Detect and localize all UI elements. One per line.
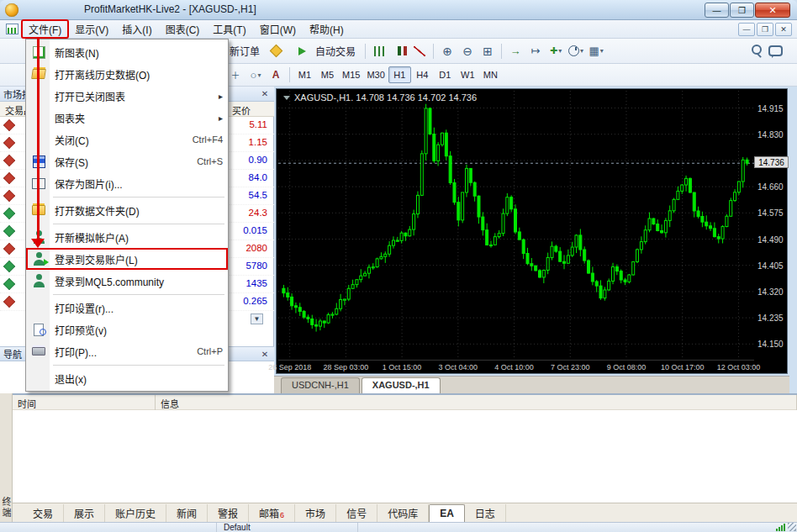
file-menu-item[interactable]: 打印(P)...Ctrl+P bbox=[26, 340, 228, 362]
autotrading-button[interactable]: 自动交易 bbox=[286, 40, 362, 62]
file-menu-item[interactable]: 登录到交易账户(L) bbox=[26, 248, 228, 270]
terminal-tab[interactable]: 展示 bbox=[64, 504, 105, 522]
time-tick: 26 Sep 2018 bbox=[268, 363, 311, 371]
symbol-price: 2080 bbox=[245, 243, 267, 253]
community-chat-icon[interactable] bbox=[766, 43, 784, 60]
terminal-tab[interactable]: 邮箱6 bbox=[249, 504, 295, 522]
symbol-price: 0.90 bbox=[249, 155, 267, 165]
file-menu-popup: 新图表(N)打开离线历史数据(O)打开已关闭图表▸图表夹▸关闭(C)Ctrl+F… bbox=[25, 39, 229, 392]
terminal-tab[interactable]: 交易 bbox=[23, 504, 64, 522]
indicators-icon[interactable] bbox=[546, 43, 565, 60]
menu-item[interactable]: 显示(V) bbox=[68, 20, 115, 38]
time-tick: 3 Oct 04:00 bbox=[439, 363, 478, 371]
mdi-close-button[interactable]: ✕ bbox=[775, 23, 792, 36]
menu-item[interactable]: 插入(I) bbox=[115, 20, 158, 38]
mql-wizard-icon[interactable] bbox=[267, 43, 285, 60]
zoom-out-icon[interactable] bbox=[458, 43, 477, 60]
terminal-tab[interactable]: EA bbox=[429, 504, 465, 522]
menu-item[interactable]: 文件(F) bbox=[22, 20, 68, 38]
timeframe-m1[interactable]: M1 bbox=[293, 66, 316, 83]
time-axis: 26 Sep 201828 Sep 03:001 Oct 15:003 Oct … bbox=[278, 360, 754, 373]
timeframe-d1[interactable]: D1 bbox=[434, 66, 457, 83]
price-column-header[interactable]: 买价 bbox=[232, 103, 251, 117]
navigator-close-icon[interactable]: ✕ bbox=[259, 348, 271, 360]
menu-bar-items: 文件(F)显示(V)插入(I)图表(C)工具(T)窗口(W)帮助(H) bbox=[22, 20, 351, 39]
price-tick: 14.405 bbox=[757, 261, 784, 271]
mdi-restore-button[interactable]: ❐ bbox=[757, 23, 773, 36]
symbol-trend-icon bbox=[3, 190, 15, 202]
time-column-header[interactable]: 时间 bbox=[13, 395, 156, 410]
timeframe-w1[interactable]: W1 bbox=[457, 66, 479, 83]
zoom-in-icon[interactable] bbox=[438, 43, 457, 60]
restore-button[interactable]: ❐ bbox=[730, 3, 754, 18]
terminal-tab[interactable]: 新闻 bbox=[166, 504, 208, 522]
file-menu-item[interactable]: 保存(S)Ctrl+S bbox=[26, 150, 228, 172]
auto-scroll-icon[interactable] bbox=[506, 43, 525, 60]
timeframe-h1[interactable]: H1 bbox=[388, 66, 411, 83]
file-menu-item-label: 开新模拟帐户(A) bbox=[55, 230, 223, 245]
timeframe-m5[interactable]: M5 bbox=[316, 66, 339, 83]
market-watch-close-icon[interactable]: ✕ bbox=[259, 88, 271, 100]
line-chart-icon[interactable] bbox=[410, 43, 429, 60]
profile-name[interactable]: Default bbox=[217, 523, 358, 532]
bar-chart-icon[interactable] bbox=[370, 43, 388, 60]
minimize-button[interactable]: — bbox=[705, 3, 729, 18]
shapes-icon[interactable] bbox=[246, 66, 265, 83]
account-mql5-icon bbox=[29, 273, 48, 288]
terminal-tab-bar: 交易展示账户历史新闻警报邮箱6市场信号代码库EA日志 bbox=[13, 503, 797, 522]
menu-item[interactable]: 工具(T) bbox=[206, 20, 252, 38]
terminal-tab[interactable]: 市场 bbox=[295, 504, 336, 522]
crosshair-icon[interactable] bbox=[226, 66, 245, 83]
message-column-header[interactable]: 信息 bbox=[156, 395, 797, 410]
symbol-trend-icon bbox=[3, 225, 15, 237]
search-icon[interactable] bbox=[746, 43, 764, 60]
templates-icon[interactable] bbox=[587, 43, 605, 60]
timeframe-m30[interactable]: M30 bbox=[363, 66, 388, 83]
menu-bar: 文件(F)显示(V)插入(I)图表(C)工具(T)窗口(W)帮助(H) — ❐ … bbox=[0, 20, 797, 39]
file-menu-item[interactable]: 开新模拟帐户(A) bbox=[26, 226, 228, 248]
tile-windows-icon[interactable] bbox=[478, 43, 497, 60]
resize-grip[interactable] bbox=[788, 523, 796, 531]
time-tick: 28 Sep 03:00 bbox=[324, 363, 369, 371]
file-menu-item[interactable]: 打开已关闭图表▸ bbox=[26, 85, 228, 107]
file-menu-item[interactable]: 登录到MQL5.community bbox=[26, 270, 228, 292]
file-menu-item[interactable]: 退出(x) bbox=[26, 367, 228, 389]
timeframe-h4[interactable]: H4 bbox=[411, 66, 434, 83]
price-axis: 14.91514.83014.74514.66014.57514.49014.4… bbox=[756, 91, 788, 360]
chart-ohlc-text: XAGUSD-,H1. 14.708 14.736 14.702 14.736 bbox=[294, 92, 477, 103]
scroll-down-icon[interactable]: ▼ bbox=[251, 313, 263, 324]
timeframe-m15[interactable]: M15 bbox=[339, 66, 363, 83]
timeframe-mn[interactable]: MN bbox=[479, 66, 502, 83]
one-click-trading-icon[interactable] bbox=[283, 96, 290, 100]
chart-canvas[interactable]: XAGUSD-,H1. 14.708 14.736 14.702 14.736 … bbox=[276, 88, 788, 374]
time-tick: 4 Oct 10:00 bbox=[494, 363, 534, 371]
terminal-tab[interactable]: 警报 bbox=[208, 504, 249, 522]
file-menu-item[interactable]: 打印预览(v) bbox=[26, 319, 228, 340]
file-menu-item[interactable]: 保存为图片(i)... bbox=[26, 172, 228, 194]
periods-icon[interactable] bbox=[567, 43, 585, 60]
menu-item[interactable]: 帮助(H) bbox=[303, 20, 351, 38]
terminal-tab[interactable]: 信号 bbox=[336, 504, 377, 522]
candlestick-chart[interactable] bbox=[278, 91, 754, 360]
terminal-tab[interactable]: 账户历史 bbox=[105, 504, 166, 522]
file-menu-item[interactable]: 关闭(C)Ctrl+F4 bbox=[26, 129, 228, 150]
text-label-icon[interactable] bbox=[267, 66, 285, 83]
file-menu-item[interactable]: 图表夹▸ bbox=[26, 107, 228, 129]
chart-tab[interactable]: XAGUSD-,H1 bbox=[362, 377, 441, 393]
file-menu-item[interactable]: 打印设置(r)... bbox=[26, 297, 228, 319]
chart-document-icon[interactable] bbox=[6, 24, 18, 34]
file-menu-item[interactable]: 新图表(N) bbox=[26, 41, 228, 63]
terminal-tab[interactable]: 日志 bbox=[465, 504, 506, 522]
chart-tab[interactable]: USDCNH-,H1 bbox=[281, 377, 360, 393]
file-menu-item[interactable]: 打开离线历史数据(O) bbox=[26, 63, 228, 85]
chart-shift-icon[interactable] bbox=[526, 43, 545, 60]
menu-item[interactable]: 窗口(W) bbox=[253, 20, 303, 38]
file-menu-item[interactable]: 打开数据文件夹(D) bbox=[26, 199, 228, 221]
time-tick: 1 Oct 15:00 bbox=[383, 363, 422, 371]
timeframe-bar: M1M5M15M30H1H4D1W1MN bbox=[293, 66, 502, 83]
terminal-tab[interactable]: 代码库 bbox=[377, 504, 429, 522]
close-button[interactable]: ✕ bbox=[755, 3, 790, 18]
menu-item[interactable]: 图表(C) bbox=[159, 20, 207, 38]
mdi-minimize-button[interactable]: — bbox=[738, 23, 755, 36]
candlestick-chart-icon[interactable] bbox=[390, 43, 409, 60]
